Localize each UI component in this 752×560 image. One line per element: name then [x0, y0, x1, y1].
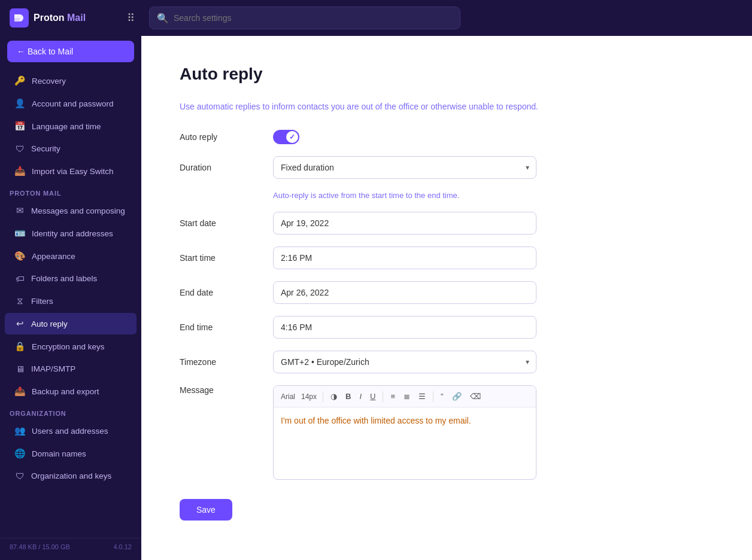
toggle-check-icon: ✓	[289, 133, 295, 141]
message-row: Message Arial 14px ◑ B I U ≡	[180, 385, 599, 480]
search-bar: 🔍	[149, 7, 460, 29]
toggle-container: ✓	[273, 130, 536, 144]
account-icon: 👤	[14, 98, 26, 109]
sidebar: ← Back to Mail 🔑 Recovery 👤 Account and …	[0, 36, 141, 560]
duration-select[interactable]: Fixed duration Permanent	[273, 156, 536, 179]
search-icon: 🔍	[157, 13, 169, 24]
sidebar-item-label: Auto reply	[31, 319, 68, 328]
sidebar-item-identity[interactable]: 🪪 Identity and addresses	[5, 223, 137, 244]
end-date-label: End date	[180, 288, 263, 297]
sidebar-item-label: Language and time	[32, 122, 101, 131]
start-date-row: Start date	[180, 212, 599, 235]
message-editor: Arial 14px ◑ B I U ≡ ≣ ☰ "	[273, 385, 536, 480]
auto-reply-label: Auto reply	[180, 132, 263, 142]
align-button[interactable]: ☰	[415, 389, 429, 403]
duration-select-wrapper: Fixed duration Permanent	[273, 156, 536, 179]
sidebar-item-imap[interactable]: 🖥 IMAP/SMTP	[5, 358, 137, 379]
timezone-select-wrapper: GMT+2 • Europe/Zurich GMT+0 • UTC GMT-5 …	[273, 351, 536, 373]
auto-reply-toggle[interactable]: ✓	[273, 130, 299, 144]
sidebar-item-label: Security	[31, 144, 60, 153]
sidebar-item-label: Backup and export	[32, 387, 99, 396]
identity-icon: 🪪	[14, 228, 26, 239]
encryption-icon: 🔒	[14, 341, 26, 352]
sidebar-item-label: Organization and keys	[31, 471, 111, 480]
toolbar-divider-1	[323, 391, 323, 402]
language-icon: 📅	[14, 121, 26, 132]
bold-button[interactable]: B	[342, 389, 354, 403]
end-time-input[interactable]	[273, 316, 536, 339]
end-date-input[interactable]	[273, 281, 536, 304]
back-to-mail-button[interactable]: ← Back to Mail	[7, 41, 134, 62]
sidebar-item-account-password[interactable]: 👤 Account and password	[5, 93, 137, 114]
end-time-field-wrapper	[273, 316, 536, 339]
sidebar-item-recovery[interactable]: 🔑 Recovery	[5, 70, 137, 92]
clear-format-button[interactable]: ⌫	[466, 389, 484, 403]
sidebar-item-filters[interactable]: ⧖ Filters	[5, 290, 137, 312]
sidebar-item-label: Account and password	[32, 99, 114, 108]
sidebar-item-import[interactable]: 📥 Import via Easy Switch	[5, 160, 137, 182]
messages-icon: ✉	[14, 205, 25, 216]
users-icon: 👥	[14, 425, 26, 436]
sidebar-item-domains[interactable]: 🌐 Domain names	[5, 443, 137, 464]
timezone-row: Timezone GMT+2 • Europe/Zurich GMT+0 • U…	[180, 351, 599, 373]
sidebar-item-language-time[interactable]: 📅 Language and time	[5, 115, 137, 137]
start-time-field-wrapper	[273, 246, 536, 269]
blockquote-button[interactable]: "	[437, 389, 447, 403]
imap-icon: 🖥	[14, 364, 25, 374]
font-size-label: 14px	[299, 392, 319, 401]
underline-button[interactable]: U	[366, 389, 379, 403]
sidebar-item-users[interactable]: 👥 Users and addresses	[5, 420, 137, 442]
domain-icon: 🌐	[14, 448, 26, 459]
unordered-list-button[interactable]: ≡	[387, 389, 399, 403]
sidebar-item-label: Appearance	[32, 252, 75, 261]
sidebar-item-encryption[interactable]: 🔒 Encryption and keys	[5, 336, 137, 357]
section-proton-mail: PROTON MAIL	[0, 182, 141, 199]
logo-text: Proton Mail	[34, 13, 86, 23]
page-title: Auto reply	[180, 65, 714, 84]
end-date-row: End date	[180, 281, 599, 304]
search-input[interactable]	[174, 13, 453, 23]
version-label: 4.0.12	[113, 543, 132, 550]
start-date-input[interactable]	[273, 212, 536, 235]
grid-icon[interactable]: ⠿	[127, 11, 135, 25]
sidebar-item-label: Recovery	[32, 77, 66, 86]
italic-button[interactable]: I	[356, 389, 365, 403]
storage-indicator: 87.48 KB / 15.00 GB	[10, 543, 70, 550]
sidebar-item-label: Messages and composing	[31, 206, 125, 215]
link-button[interactable]: 🔗	[448, 389, 465, 403]
backup-icon: 📤	[14, 386, 26, 397]
auto-reply-form: Auto reply ✓ Duration Fixe	[180, 130, 599, 521]
import-icon: 📥	[14, 166, 26, 176]
font-family-label: Arial	[278, 392, 298, 401]
toolbar-divider-2	[383, 391, 383, 402]
message-label: Message	[180, 385, 263, 395]
timezone-select[interactable]: GMT+2 • Europe/Zurich GMT+0 • UTC GMT-5 …	[273, 351, 536, 373]
sidebar-footer: 87.48 KB / 15.00 GB 4.0.12	[0, 538, 141, 555]
end-date-field-wrapper	[273, 281, 536, 304]
sidebar-item-folders[interactable]: 🏷 Folders and labels	[5, 268, 137, 289]
sidebar-item-security[interactable]: 🛡 Security	[5, 138, 137, 159]
save-button[interactable]: Save	[180, 499, 232, 521]
sidebar-item-label: Domain names	[32, 449, 86, 458]
sidebar-item-label: Encryption and keys	[32, 342, 105, 351]
end-time-row: End time	[180, 316, 599, 339]
message-editor-body[interactable]: I'm out of the office with limited acces…	[274, 407, 536, 479]
duration-row: Duration Fixed duration Permanent	[180, 156, 599, 179]
description-text: Use automatic replies to inform contacts…	[180, 101, 539, 113]
sidebar-item-org-keys[interactable]: 🛡 Organization and keys	[5, 465, 137, 486]
ordered-list-button[interactable]: ≣	[400, 389, 414, 403]
start-time-row: Start time	[180, 246, 599, 269]
start-date-field-wrapper	[273, 212, 536, 235]
sidebar-item-label: IMAP/SMTP	[31, 364, 75, 373]
sidebar-item-messages[interactable]: ✉ Messages and composing	[5, 200, 137, 221]
editor-toolbar: Arial 14px ◑ B I U ≡ ≣ ☰ "	[274, 386, 536, 407]
main-content: Auto reply Use automatic replies to info…	[141, 36, 752, 560]
contrast-button[interactable]: ◑	[327, 389, 341, 403]
sidebar-item-label: Import via Easy Switch	[32, 167, 114, 176]
sidebar-item-auto-reply[interactable]: ↩ Auto reply	[5, 313, 137, 334]
security-icon: 🛡	[14, 144, 25, 154]
folders-icon: 🏷	[14, 273, 25, 284]
sidebar-item-backup[interactable]: 📤 Backup and export	[5, 381, 137, 402]
start-time-input[interactable]	[273, 246, 536, 269]
sidebar-item-appearance[interactable]: 🎨 Appearance	[5, 245, 137, 267]
